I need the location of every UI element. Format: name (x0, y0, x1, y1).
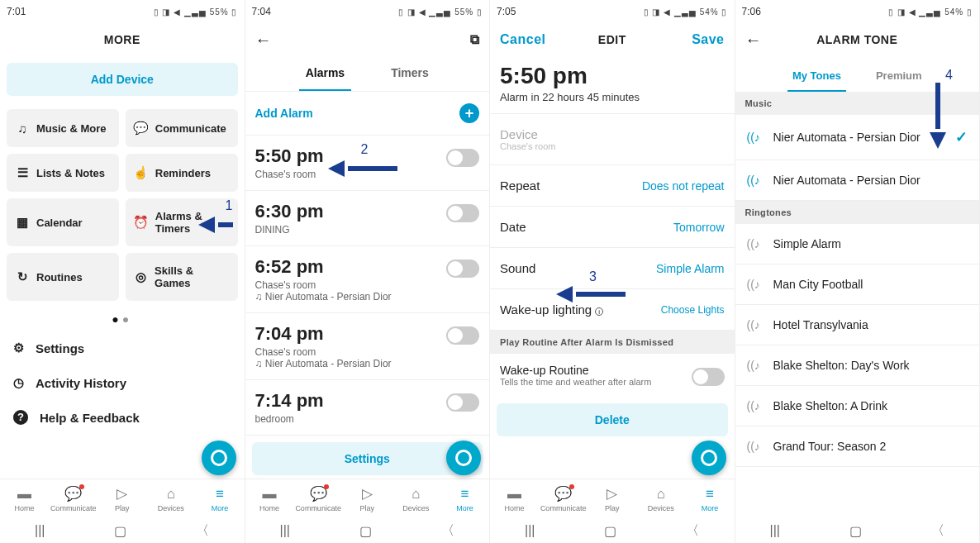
nav-play[interactable]: ▷Play (588, 479, 636, 518)
nav-devices[interactable]: ⌂Devices (636, 479, 685, 518)
back-button[interactable]: 〈 (686, 522, 699, 540)
recents-button[interactable]: ||| (35, 523, 45, 538)
title-bar: ← ⧉ (245, 23, 490, 56)
status-time: 7:04 (252, 6, 271, 17)
section-ringtones: Ringtones (735, 201, 980, 224)
alarm-row-1[interactable]: 6:30 pmDINING (245, 191, 490, 246)
music-note-icon: ((♪ (747, 278, 764, 291)
nav-play[interactable]: ▷Play (343, 479, 392, 518)
nav-more[interactable]: ≡More (195, 479, 244, 518)
nav-communicate[interactable]: 💬Communicate (49, 479, 98, 518)
tone-row-music-0[interactable]: ((♪ Nier Automata - Persian Dior ✓ (735, 115, 980, 160)
tone-row-music-1[interactable]: ((♪ Nier Automata - Persian Dior (735, 160, 980, 201)
tab-timers[interactable]: Timers (384, 56, 435, 91)
home-button[interactable]: ▢ (604, 523, 616, 539)
tile-skills-games[interactable]: ◎Skills & Games (126, 253, 238, 301)
alarm-toggle[interactable] (446, 393, 479, 412)
alarm-toggle[interactable] (446, 149, 479, 167)
title-bar: ← ALARM TONE (735, 23, 980, 56)
recents-button[interactable]: ||| (280, 523, 290, 538)
tone-row-0[interactable]: ((♪Simple Alarm (735, 224, 980, 264)
home-icon: ▬ (263, 486, 277, 503)
nav-more[interactable]: ≡More (440, 479, 489, 518)
recents-button[interactable]: ||| (525, 523, 535, 538)
row-device: DeviceChase's room (490, 114, 735, 165)
status-time: 7:01 (7, 6, 26, 17)
nav-communicate[interactable]: 💬Communicate (539, 479, 588, 518)
more-icon: ≡ (460, 486, 469, 503)
nav-more[interactable]: ≡More (685, 479, 734, 518)
alarm-row-2[interactable]: 6:52 pmChase's roomNier Automata - Persi… (245, 246, 490, 313)
alarm-row-4[interactable]: 7:14 pmbedroom (245, 380, 490, 436)
back-arrow-icon[interactable]: ← (255, 31, 273, 50)
nav-communicate[interactable]: 💬Communicate (294, 479, 343, 518)
row-repeat[interactable]: Repeat Does not repeat (490, 165, 735, 207)
home-button[interactable]: ▢ (849, 523, 862, 539)
back-button[interactable]: 〈 (931, 522, 944, 540)
skills-icon: ◎ (134, 269, 148, 284)
alexa-fab[interactable] (202, 441, 236, 475)
tile-reminders[interactable]: ☝Reminders (126, 154, 238, 192)
music-icon: ♫ (15, 121, 30, 136)
tile-communicate[interactable]: 💬Communicate (126, 109, 238, 147)
nav-home[interactable]: ▬Home (245, 479, 294, 518)
tone-row-4[interactable]: ((♪Blake Shelton: A Drink (735, 386, 980, 426)
music-note-icon: ((♪ (747, 318, 764, 331)
back-button[interactable]: 〈 (441, 522, 454, 540)
tone-row-3[interactable]: ((♪Blake Shelton: Day's Work (735, 345, 980, 386)
alarm-time[interactable]: 5:50 pm (490, 56, 735, 91)
devices-icon: ⌂ (657, 486, 665, 503)
page-title: EDIT (598, 33, 626, 46)
multiselect-icon[interactable]: ⧉ (470, 32, 480, 47)
cancel-button[interactable]: Cancel (500, 32, 545, 47)
row-sound[interactable]: Sound Simple Alarm (490, 248, 735, 289)
add-device-button[interactable]: Add Device (7, 63, 238, 96)
back-arrow-icon[interactable]: ← (745, 31, 763, 50)
system-nav: ||| ▢ 〈 (245, 518, 490, 543)
add-alarm-row[interactable]: Add Alarm + (245, 92, 490, 136)
save-button[interactable]: Save (692, 32, 724, 47)
screen-alarm-tone: 7:06 ▯ ◨ ◀ ▁▃▅ 54% ▯ ← ALARM TONE My Ton… (735, 0, 981, 543)
row-settings[interactable]: ⚙Settings (0, 331, 245, 365)
check-icon: ✓ (955, 128, 968, 146)
section-routine-header: Play Routine After Alarm Is Dismissed (490, 331, 735, 354)
nav-devices[interactable]: ⌂Devices (392, 479, 440, 518)
tile-lists-notes[interactable]: ☰Lists & Notes (7, 154, 119, 192)
tile-routines[interactable]: ↻Routines (7, 253, 119, 301)
tile-calendar[interactable]: ▦Calendar (7, 198, 119, 246)
recents-button[interactable]: ||| (770, 523, 780, 538)
alexa-fab[interactable] (692, 441, 726, 475)
tone-row-5[interactable]: ((♪Grand Tour: Season 2 (735, 426, 980, 467)
row-help-feedback[interactable]: ?Help & Feedback (0, 400, 245, 435)
row-wake-lighting[interactable]: Wake-up lightingi Choose Lights (490, 289, 735, 331)
home-button[interactable]: ▢ (114, 523, 126, 539)
nav-home[interactable]: ▬Home (0, 479, 49, 518)
back-button[interactable]: 〈 (196, 522, 209, 540)
devices-icon: ⌂ (167, 486, 175, 503)
alarm-toggle[interactable] (446, 326, 479, 345)
alarm-row-3[interactable]: 7:04 pmChase's roomNier Automata - Persi… (245, 313, 490, 380)
tone-row-1[interactable]: ((♪Man City Football (735, 264, 980, 305)
tab-premium[interactable]: Premium (871, 61, 927, 92)
system-nav: ||| ▢ 〈 (0, 518, 245, 543)
nav-play[interactable]: ▷Play (98, 479, 146, 518)
alarm-toggle[interactable] (446, 204, 479, 222)
tile-alarms-timers[interactable]: ⏰Alarms & Timers (126, 198, 238, 246)
routine-toggle[interactable] (692, 368, 725, 386)
alarm-toggle[interactable] (446, 260, 479, 278)
delete-button[interactable]: Delete (497, 403, 728, 436)
row-activity-history[interactable]: ◷Activity History (0, 365, 245, 400)
tab-alarms[interactable]: Alarms (299, 56, 351, 91)
plus-icon[interactable]: + (459, 103, 479, 123)
tone-row-2[interactable]: ((♪Hotel Transylvania (735, 305, 980, 345)
more-icon: ≡ (216, 486, 224, 503)
nav-home[interactable]: ▬Home (490, 479, 539, 518)
home-button[interactable]: ▢ (359, 523, 372, 539)
nav-devices[interactable]: ⌂Devices (146, 479, 195, 518)
tile-music-more[interactable]: ♫Music & More (7, 109, 119, 147)
row-date[interactable]: Date Tomorrow (490, 207, 735, 248)
tab-my-tones[interactable]: My Tones (787, 61, 846, 92)
row-wake-routine[interactable]: Wake-up Routine Tells the time and weath… (490, 354, 735, 397)
annotation-1: 1 (226, 198, 233, 213)
alexa-fab[interactable] (446, 441, 481, 475)
